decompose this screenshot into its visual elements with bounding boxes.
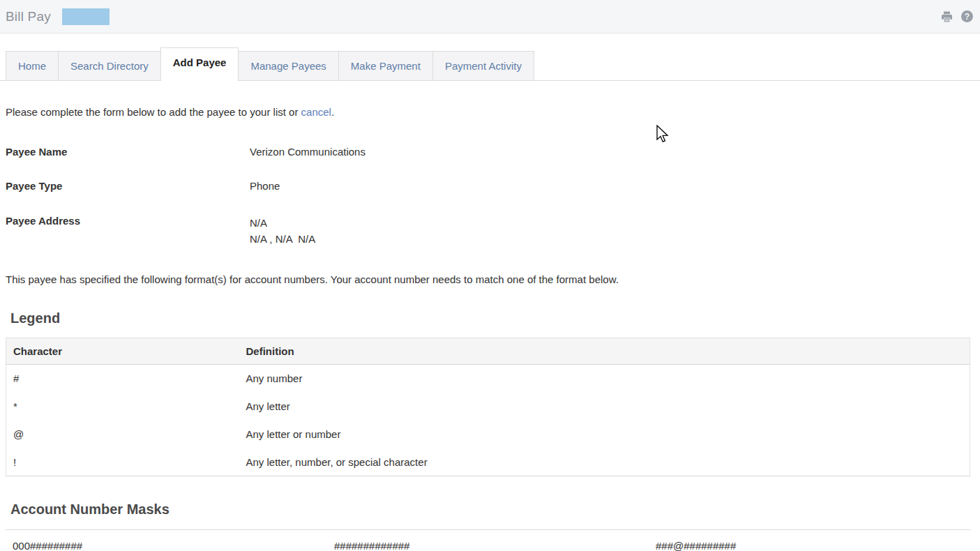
legend-character: ! bbox=[6, 448, 239, 476]
tab-home[interactable]: Home bbox=[6, 51, 59, 80]
legend-row: * Any letter bbox=[6, 393, 970, 421]
payee-address-line1: N/A bbox=[250, 215, 315, 231]
legend-table: Character Definition # Any number * Any … bbox=[6, 338, 970, 476]
payee-address-row: Payee Address N/A N/A , N/A N/A bbox=[6, 215, 970, 247]
main-content: Please complete the form below to add th… bbox=[0, 106, 980, 551]
account-mask: ###@######### bbox=[649, 530, 970, 551]
formats-note: This payee has specified the following f… bbox=[6, 273, 970, 285]
account-mask: ############# bbox=[327, 530, 649, 551]
legend-definition: Any number bbox=[239, 365, 970, 393]
tab-add-payee[interactable]: Add Payee bbox=[160, 47, 239, 81]
legend-col-definition: Definition bbox=[239, 338, 970, 365]
payee-name-row: Payee Name Verizon Communications bbox=[6, 146, 970, 158]
legend-character: # bbox=[6, 365, 239, 393]
legend-definition: Any letter or number bbox=[239, 421, 970, 448]
tab-make-payment[interactable]: Make Payment bbox=[338, 51, 433, 80]
legend-character: @ bbox=[6, 421, 239, 448]
intro-after-link: . bbox=[331, 106, 334, 118]
tab-bar: Home Search Directory Add Payee Manage P… bbox=[0, 47, 980, 81]
legend-row: ! Any letter, number, or special charact… bbox=[6, 448, 970, 476]
account-mask: 000######### bbox=[6, 530, 327, 551]
intro-text: Please complete the form below to add th… bbox=[6, 106, 970, 118]
account-number-masks-row: 000######### ############# ###@######### bbox=[6, 529, 970, 551]
legend-definition: Any letter, number, or special character bbox=[239, 448, 970, 476]
account-number-masks-heading: Account Number Masks bbox=[6, 501, 970, 518]
top-header-bar: Bill Pay ? bbox=[0, 0, 980, 33]
cancel-link[interactable]: cancel bbox=[301, 106, 331, 118]
legend-row: # Any number bbox=[6, 365, 970, 393]
app-title: Bill Pay bbox=[6, 9, 51, 24]
tab-payment-activity[interactable]: Payment Activity bbox=[432, 51, 534, 80]
legend-row: @ Any letter or number bbox=[6, 421, 970, 448]
legend-header-row: Character Definition bbox=[6, 338, 970, 365]
intro-before-link: Please complete the form below to add th… bbox=[6, 106, 301, 118]
payee-address-label: Payee Address bbox=[6, 215, 250, 247]
topbar-icons: ? bbox=[940, 10, 973, 23]
legend-heading: Legend bbox=[6, 310, 970, 326]
payee-type-label: Payee Type bbox=[6, 180, 250, 192]
redacted-highlight bbox=[62, 8, 110, 25]
tab-search-directory[interactable]: Search Directory bbox=[58, 51, 161, 80]
payee-name-value: Verizon Communications bbox=[250, 146, 365, 158]
legend-character: * bbox=[6, 393, 239, 421]
legend-col-character: Character bbox=[6, 338, 239, 365]
payee-name-label: Payee Name bbox=[6, 146, 250, 158]
tab-manage-payees[interactable]: Manage Payees bbox=[238, 51, 338, 80]
help-icon[interactable]: ? bbox=[961, 10, 973, 22]
legend-definition: Any letter bbox=[239, 393, 970, 421]
payee-address-line2: N/A , N/A N/A bbox=[250, 231, 315, 247]
print-icon[interactable] bbox=[940, 10, 953, 23]
payee-type-value: Phone bbox=[250, 180, 280, 192]
payee-type-row: Payee Type Phone bbox=[6, 180, 970, 192]
payee-address-value: N/A N/A , N/A N/A bbox=[250, 215, 315, 247]
